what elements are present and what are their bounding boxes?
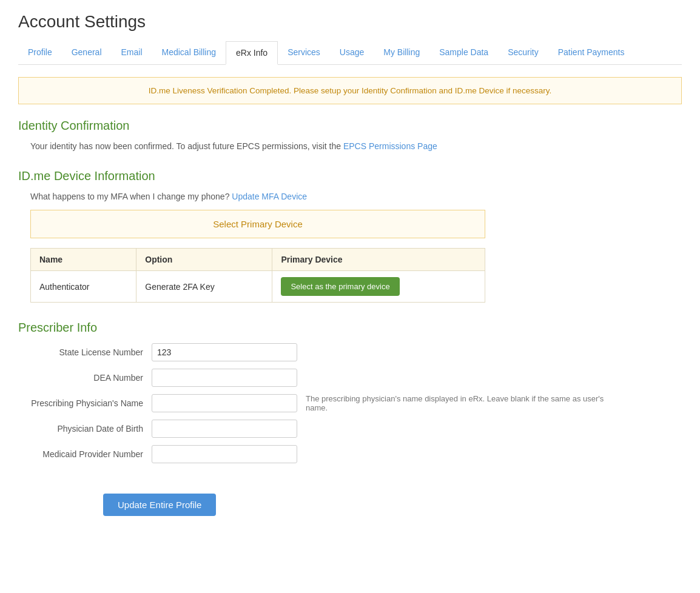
medicaid-provider-input[interactable] [152,445,297,463]
physician-name-input[interactable] [152,394,297,412]
tab-general[interactable]: General [62,41,112,65]
tabs-nav: Profile General Email Medical Billing eR… [18,41,682,65]
medicaid-provider-row: Medicaid Provider Number [18,445,682,463]
prescriber-info-section: Prescriber Info State License Number DEA… [18,321,682,516]
physician-dob-row: Physician Date of Birth [18,420,682,438]
physician-dob-label: Physician Date of Birth [18,424,152,434]
col-header-name: Name [31,249,136,271]
tab-patient-payments[interactable]: Patient Payments [548,41,634,65]
tab-profile[interactable]: Profile [18,41,62,65]
physician-dob-input[interactable] [152,420,297,438]
col-header-primary-device: Primary Device [272,249,485,271]
notification-banner: ID.me Liveness Verification Completed. P… [18,77,682,104]
device-table: Name Option Primary Device Authenticator… [30,248,485,303]
state-license-row: State License Number [18,343,682,361]
col-header-option: Option [136,249,272,271]
device-table-header: Name Option Primary Device [31,249,485,271]
select-primary-device-label: Select Primary Device [213,219,303,229]
dea-number-input[interactable] [152,369,297,387]
identity-description-text: Your identity has now been confirmed. To… [30,141,341,151]
device-table-body: Authenticator Generate 2FA Key Select as… [31,271,485,303]
page-title: Account Settings [18,12,682,32]
tab-medical-billing[interactable]: Medical Billing [152,41,226,65]
select-primary-device-box: Select Primary Device [30,210,485,238]
physician-name-label: Prescribing Physician's Name [18,398,152,408]
device-option-cell: Generate 2FA Key [136,271,272,303]
mfa-question: What happens to my MFA when I change my … [30,192,682,201]
state-license-input[interactable] [152,343,297,361]
physician-name-row: Prescribing Physician's Name The prescri… [18,394,682,412]
update-entire-profile-button[interactable]: Update Entire Profile [103,494,216,516]
select-primary-device-button[interactable]: Select as the primary device [281,277,399,296]
tab-security[interactable]: Security [498,41,548,65]
identity-confirmation-section: Identity Confirmation Your identity has … [18,119,682,151]
update-mfa-device-link[interactable]: Update MFA Device [232,192,307,201]
physician-name-hint: The prescribing physician's name display… [306,394,609,412]
tab-sample-data[interactable]: Sample Data [429,41,498,65]
prescriber-info-title: Prescriber Info [18,321,682,335]
epcs-permissions-link[interactable]: EPCS Permissions Page [343,141,437,151]
device-primary-cell: Select as the primary device [272,271,485,303]
dea-number-row: DEA Number [18,369,682,387]
mfa-question-text: What happens to my MFA when I change my … [30,192,229,201]
tab-erx-info[interactable]: eRx Info [226,41,278,65]
device-name-cell: Authenticator [31,271,136,303]
content-area: ID.me Liveness Verification Completed. P… [18,65,682,546]
notification-text: ID.me Liveness Verification Completed. P… [149,86,552,95]
state-license-label: State License Number [18,347,152,357]
tab-my-billing[interactable]: My Billing [374,41,429,65]
medicaid-provider-label: Medicaid Provider Number [18,449,152,459]
identity-confirmation-title: Identity Confirmation [18,119,682,133]
tab-email[interactable]: Email [112,41,152,65]
dea-number-label: DEA Number [18,373,152,383]
idme-device-title: ID.me Device Information [18,169,682,183]
table-row: Authenticator Generate 2FA Key Select as… [31,271,485,303]
identity-description: Your identity has now been confirmed. To… [30,141,682,151]
idme-device-section: ID.me Device Information What happens to… [18,169,682,303]
tab-usage[interactable]: Usage [330,41,374,65]
tab-services[interactable]: Services [278,41,330,65]
